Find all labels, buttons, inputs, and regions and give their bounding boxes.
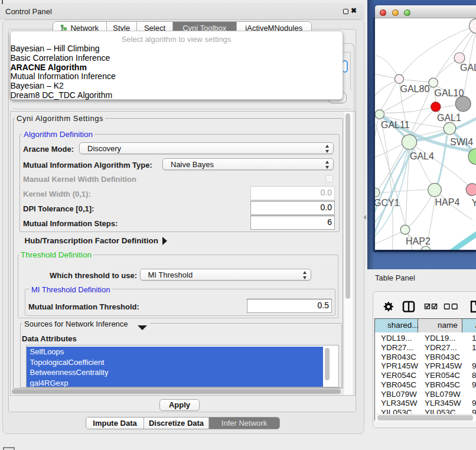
svg-text:HAP4: HAP4 [435,197,460,207]
svg-text:GAL1: GAL1 [437,113,461,123]
svg-text:HAP2: HAP2 [406,236,431,246]
svg-text:GAL80: GAL80 [400,84,430,94]
svg-text:GAL7: GAL7 [460,62,476,72]
svg-text:GAL10: GAL10 [435,88,464,98]
svg-text:GAL4: GAL4 [410,151,434,161]
svg-text:GCY1: GCY1 [375,198,400,208]
svg-text:GAL11: GAL11 [381,119,410,129]
svg-text:SWI4: SWI4 [450,136,473,146]
svg-text:Y: Y [472,198,476,208]
